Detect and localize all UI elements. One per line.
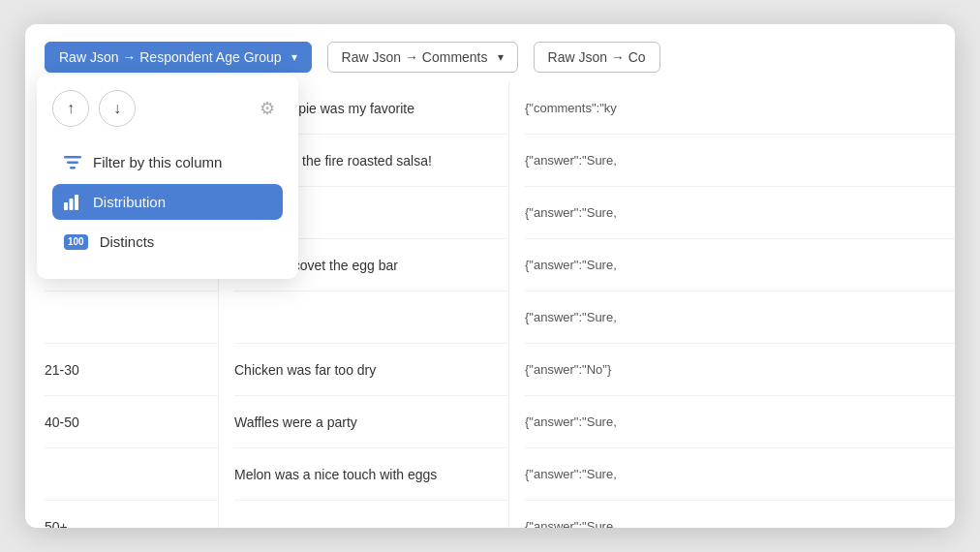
- chevron-down-icon: ▾: [291, 50, 297, 64]
- svg-rect-4: [70, 199, 74, 210]
- main-window: Raw Json → Respondent Age Group ▾ Raw Js…: [25, 24, 955, 528]
- table-row: {"answer":"No"}: [525, 344, 955, 396]
- gear-icon: ⚙: [260, 98, 275, 119]
- distincts-label: Distincts: [100, 233, 155, 250]
- table-row: Waffles were a party: [234, 396, 508, 448]
- table-row: 21-30: [45, 344, 218, 396]
- sort-up-icon: ↑: [67, 100, 75, 117]
- sort-ascending-button[interactable]: ↑: [52, 90, 89, 127]
- col-pill-age-group[interactable]: Raw Json → Respondent Age Group ▾: [45, 42, 312, 73]
- distribution-item[interactable]: Distribution: [52, 184, 283, 220]
- table-row: {"answer":"Sure,: [525, 239, 955, 291]
- table-row: [234, 291, 508, 344]
- svg-rect-0: [64, 156, 81, 159]
- sort-down-icon: ↓: [113, 100, 121, 117]
- table-row: {"answer":"Sure,: [525, 501, 955, 528]
- menu-top-controls: ↑ ↓ ⚙: [52, 90, 283, 127]
- filter-by-column-item[interactable]: Filter by this column: [52, 144, 283, 180]
- table-row: {"answer":"Sure,: [525, 135, 955, 187]
- table-row: [45, 448, 218, 501]
- distincts-item[interactable]: 100 Distincts: [52, 224, 283, 260]
- distincts-icon: 100: [64, 234, 88, 250]
- header-row: Raw Json → Respondent Age Group ▾ Raw Js…: [25, 24, 955, 73]
- settings-button[interactable]: ⚙: [252, 93, 283, 124]
- filter-by-column-label: Filter by this column: [93, 154, 222, 170]
- col-pill-comments[interactable]: Raw Json → Comments ▾: [327, 42, 518, 73]
- svg-rect-5: [75, 195, 78, 210]
- table-row: [45, 291, 218, 344]
- table-row: {"answer":"Sure,: [525, 187, 955, 239]
- table-row: Melon was a nice touch with eggs: [234, 448, 508, 501]
- table-row: Chicken was far too dry: [234, 344, 508, 396]
- table-row: {"answer":"Sure,: [525, 291, 955, 344]
- column-options-dropdown: ↑ ↓ ⚙ Filter by this column: [37, 75, 298, 279]
- raw-json-column: {"comments":"ky {"answer":"Sure, {"answe…: [509, 82, 955, 528]
- sort-descending-button[interactable]: ↓: [99, 90, 136, 127]
- distribution-icon: [64, 195, 81, 210]
- chevron-down-icon-2: ▾: [498, 50, 504, 64]
- table-row: {"answer":"Sure,: [525, 448, 955, 501]
- table-row: 40-50: [45, 396, 218, 448]
- col-pill-raw[interactable]: Raw Json → Co: [534, 42, 660, 73]
- col-pill-comments-label: Raw Json → Comments: [342, 49, 488, 65]
- table-row: {"comments":"ky: [525, 82, 955, 135]
- col-pill-raw-label: Raw Json → Co: [548, 49, 646, 65]
- table-row: {"answer":"Sure,: [525, 396, 955, 448]
- table-row: 50+: [45, 501, 218, 528]
- table-row: [234, 501, 508, 528]
- distribution-label: Distribution: [93, 194, 166, 210]
- svg-rect-3: [64, 202, 68, 210]
- filter-icon: [64, 156, 81, 169]
- svg-rect-2: [70, 167, 76, 169]
- col-pill-age-group-label: Raw Json → Respondent Age Group: [59, 49, 282, 65]
- svg-rect-1: [67, 161, 78, 164]
